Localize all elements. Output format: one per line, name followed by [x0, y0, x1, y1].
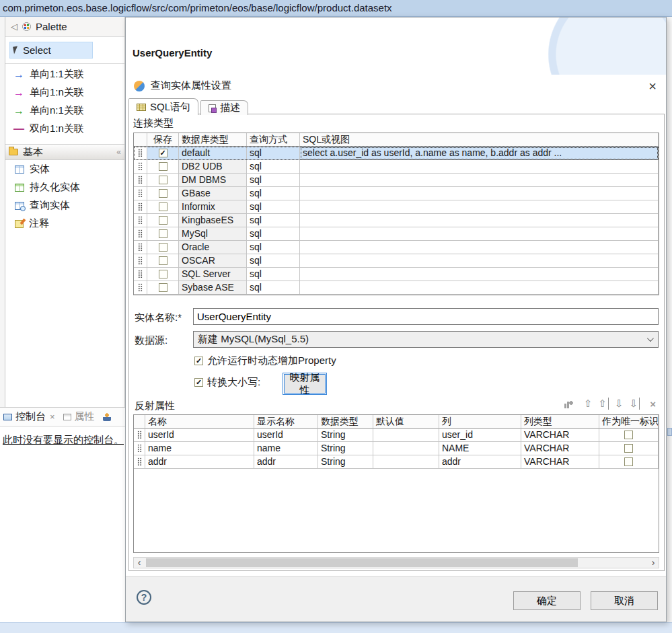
query-mode-cell[interactable]: sql [247, 254, 300, 268]
horizontal-scrollbar[interactable]: ‹ › [133, 557, 659, 568]
palette-item-select[interactable]: Select [9, 42, 93, 59]
column-cell[interactable]: user_id [439, 429, 521, 442]
save-checkbox-cell[interactable] [147, 281, 179, 295]
palette-item-basic-0[interactable]: 实体 [5, 160, 124, 178]
row-handle-icon[interactable] [134, 160, 147, 174]
save-checkbox[interactable] [159, 283, 167, 292]
palette-item-relation-1[interactable]: →单向1:n关联 [5, 83, 124, 102]
row-handle-icon[interactable] [134, 147, 147, 160]
sql-cell[interactable]: select a.user_id as userId, a.name as na… [300, 147, 659, 160]
name-cell[interactable]: name [145, 442, 254, 455]
servers-view-icon[interactable] [103, 413, 111, 421]
row-handle-icon[interactable] [134, 455, 145, 469]
save-checkbox-cell[interactable] [147, 268, 179, 281]
column-type-cell[interactable]: VARCHAR [521, 442, 599, 455]
entity-name-input[interactable] [193, 308, 659, 325]
query-mode-cell[interactable]: sql [247, 200, 300, 214]
data-type-cell[interactable]: String [318, 442, 373, 455]
generate-mapping-icon[interactable] [564, 400, 574, 408]
palette-item-basic-3[interactable]: 注释 [5, 215, 124, 233]
save-checkbox[interactable] [159, 176, 167, 184]
move-up-icon[interactable]: ⇧ [584, 398, 593, 410]
query-mode-cell[interactable]: sql [247, 227, 300, 241]
sql-cell[interactable] [300, 214, 659, 227]
default-value-cell[interactable] [373, 442, 439, 455]
db-type-cell[interactable]: KingbaseES [179, 214, 247, 227]
query-mode-cell[interactable]: sql [247, 160, 300, 174]
column-type-cell[interactable]: VARCHAR [521, 429, 599, 442]
sql-cell[interactable] [300, 227, 659, 241]
palette-drawer-basic[interactable]: 基本 « [5, 144, 124, 160]
connection-row[interactable]: DB2 UDBsql [134, 160, 659, 174]
row-handle-icon[interactable] [134, 281, 147, 295]
scroll-left-icon[interactable]: ‹ [134, 558, 145, 568]
connection-row[interactable]: DM DBMSsql [134, 174, 659, 187]
reflect-row[interactable]: namenameStringNAMEVARCHAR [134, 442, 659, 455]
scroll-right-icon[interactable]: › [648, 558, 659, 568]
db-type-cell[interactable]: OSCAR [179, 254, 247, 268]
save-checkbox-cell[interactable] [147, 214, 179, 227]
row-handle-icon[interactable] [134, 187, 147, 200]
column-cell[interactable]: NAME [439, 442, 521, 455]
row-handle-icon[interactable] [134, 200, 147, 214]
sql-cell[interactable] [300, 281, 659, 295]
unique-checkbox-cell[interactable] [599, 429, 659, 442]
default-value-cell[interactable] [373, 429, 439, 442]
save-checkbox-cell[interactable] [147, 241, 179, 254]
unique-checkbox[interactable] [624, 444, 633, 453]
scrollbar-thumb[interactable] [146, 558, 578, 567]
unique-checkbox[interactable] [624, 457, 633, 466]
close-dialog-icon[interactable]: × [648, 81, 657, 91]
close-console-tab-icon[interactable]: × [50, 412, 55, 422]
query-mode-cell[interactable]: sql [247, 187, 300, 200]
sql-cell[interactable] [300, 160, 659, 174]
sql-cell[interactable] [300, 174, 659, 187]
db-type-cell[interactable]: MySql [179, 227, 247, 241]
save-checkbox-cell[interactable] [147, 254, 179, 268]
palette-item-basic-1[interactable]: 持久化实体 [5, 178, 124, 196]
sql-cell[interactable] [300, 187, 659, 200]
row-handle-icon[interactable] [134, 268, 147, 281]
query-mode-cell[interactable]: sql [247, 268, 300, 281]
dynamic-property-checkbox[interactable]: ✓ [194, 357, 203, 365]
connection-row[interactable]: ✓defaultsqlselect a.user_id as userId, a… [134, 147, 659, 160]
display-name-cell[interactable]: userId [254, 429, 318, 442]
connection-row[interactable]: OSCARsql [134, 254, 659, 268]
tab-sql[interactable]: SQL语句 [128, 98, 198, 115]
connection-row[interactable]: SQL Serversql [134, 268, 659, 281]
save-checkbox-cell[interactable] [147, 187, 179, 200]
tab-properties[interactable]: 属性 [63, 410, 95, 423]
move-top-icon[interactable]: ⇧ [599, 398, 609, 410]
sql-cell[interactable] [300, 254, 659, 268]
row-handle-icon[interactable] [134, 214, 147, 227]
collapse-palette-icon[interactable]: ◁ [11, 22, 17, 32]
db-type-cell[interactable]: Oracle [179, 241, 247, 254]
ok-button[interactable]: 确定 [513, 591, 581, 610]
delete-icon[interactable]: × [650, 398, 656, 410]
column-type-cell[interactable]: VARCHAR [521, 455, 599, 469]
save-checkbox[interactable] [159, 256, 167, 265]
connection-row[interactable]: Informixsql [134, 200, 659, 214]
palette-item-relation-2[interactable]: →单向n:1关联 [5, 102, 124, 120]
db-type-cell[interactable]: DB2 UDB [179, 160, 247, 174]
save-checkbox-cell[interactable] [147, 200, 179, 214]
save-checkbox[interactable] [159, 189, 167, 198]
save-checkbox[interactable]: ✓ [159, 149, 167, 157]
save-checkbox-cell[interactable] [147, 174, 179, 187]
unique-checkbox-cell[interactable] [599, 455, 659, 469]
unique-checkbox[interactable] [624, 431, 633, 439]
db-type-cell[interactable]: SQL Server [179, 268, 247, 281]
data-type-cell[interactable]: String [318, 455, 373, 469]
save-checkbox[interactable] [159, 216, 167, 225]
connection-row[interactable]: MySqlsql [134, 227, 659, 241]
db-type-cell[interactable]: DM DBMS [179, 174, 247, 187]
query-mode-cell[interactable]: sql [247, 174, 300, 187]
palette-item-basic-2[interactable]: 查询实体 [5, 196, 124, 215]
db-type-cell[interactable]: default [179, 147, 247, 160]
move-down-icon[interactable]: ⇩ [615, 398, 624, 410]
sql-cell[interactable] [300, 241, 659, 254]
convert-case-checkbox[interactable]: ✓ [194, 378, 203, 387]
tab-description[interactable]: 描述 [200, 100, 248, 115]
drawer-pin-icon[interactable]: « [116, 147, 124, 157]
db-type-cell[interactable]: Informix [179, 200, 247, 214]
